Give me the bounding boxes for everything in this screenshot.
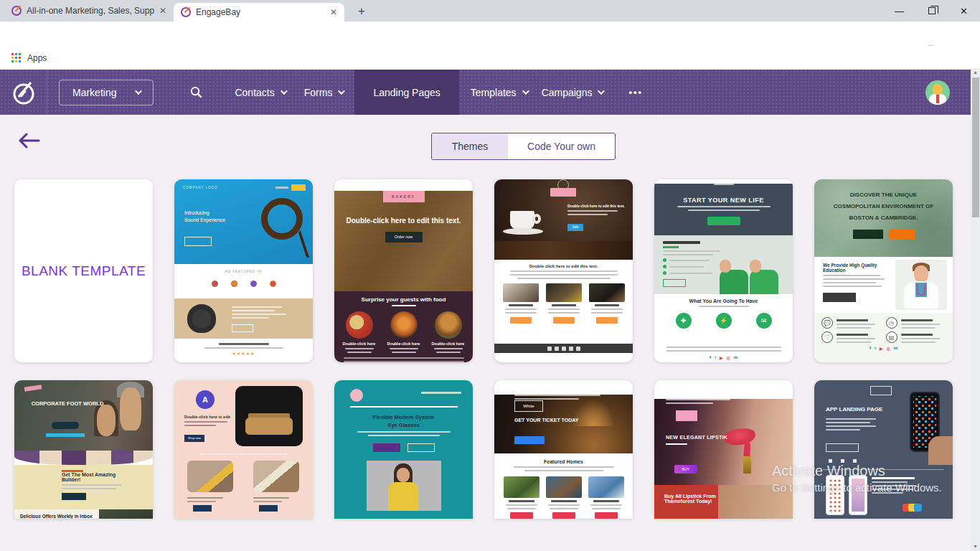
tab-close-icon[interactable]: ✕: [159, 6, 166, 16]
window-controls: — ✕: [883, 0, 980, 22]
ticket-heading: GET YOUR TICKET TODAY: [514, 418, 578, 423]
template-card-coffee[interactable]: Double click here to edit this text. Sal…: [494, 179, 633, 362]
company-logo-text: COMPANY LOGO: [183, 186, 218, 189]
heart-icon: ♡: [821, 331, 833, 343]
sound-footer-section: ★★★★★: [174, 343, 313, 362]
apps-grid-icon[interactable]: [11, 53, 22, 63]
template-card-bakery[interactable]: BAKERY · · · · Double-click here to edit…: [334, 179, 473, 362]
text-placeholder-lines: [826, 416, 880, 430]
nav-templates[interactable]: Templates: [471, 87, 527, 98]
template-card-education[interactable]: DISCOVER THE UNIQUECOSMOPOLITAN ENVIRONM…: [814, 179, 953, 362]
template-card-sound-experience[interactable]: COMPANY LOGO IntroducingSound Experience…: [174, 179, 313, 362]
chat-icon: 💬: [821, 317, 833, 329]
nav-landing-pages-active[interactable]: Landing Pages: [354, 70, 458, 115]
chevron-down-icon: [522, 88, 529, 95]
sale-button: Sale: [567, 224, 583, 231]
ticket-featured-section: Featured Homes: [494, 453, 633, 519]
template-card-ticket[interactable]: White GET YOUR TICKET TODAY Featured Hom…: [494, 380, 633, 519]
tab-close-icon[interactable]: ✕: [330, 7, 337, 17]
template-card-corporate-foot[interactable]: CORPORATE FOOT WORLD Get The Most Amazin…: [14, 380, 153, 519]
home-image: [588, 476, 624, 498]
chicken-image: [390, 311, 418, 339]
green-underline: [663, 246, 679, 248]
social-icons: ft▶◎in: [814, 346, 953, 351]
template-card-eyeglasses[interactable]: Flexible Modern SystemEye Glasses: [334, 380, 473, 519]
template-card-furniture[interactable]: A Double-click here to edit Shop now: [174, 380, 313, 519]
builder-heading: Get The Most Amazing Builder!: [62, 472, 128, 482]
restore-button[interactable]: [915, 0, 948, 22]
mini-outline-button: [232, 324, 253, 332]
app-heading: APP LANDING PAGE: [826, 406, 882, 413]
pizza-image: [346, 311, 373, 339]
person-image: [750, 270, 778, 294]
food-columns: Double-click here Double-click here Doub…: [334, 311, 473, 353]
minimize-button[interactable]: —: [883, 0, 915, 22]
education-hero-section: DISCOVER THE UNIQUECOSMOPOLITAN ENVIRONM…: [814, 179, 953, 257]
mini-cta-button: [291, 184, 306, 191]
nav-forms[interactable]: Forms: [304, 87, 344, 98]
marketing-dropdown[interactable]: Marketing: [59, 80, 154, 105]
mail-icon: ✉: [756, 313, 772, 329]
bookmarks-bar: Apps: [0, 46, 980, 70]
sound-heading: IntroducingSound Experience: [184, 209, 225, 224]
restore-icon: [928, 7, 936, 14]
mini-orange-button: [596, 317, 618, 324]
bolt-icon: ⚡: [716, 313, 732, 329]
furniture-heading: Double-click here to edit: [184, 415, 237, 419]
close-button[interactable]: ✕: [948, 0, 980, 22]
burger-image: [435, 311, 462, 339]
user-avatar[interactable]: [925, 80, 950, 105]
nav-contacts[interactable]: Contacts: [235, 87, 285, 98]
footer-heading: Buy All Lipstick From Thameforest Today!: [664, 494, 736, 504]
template-card-new-life[interactable]: START YOUR NEW LIFE What You Are: [654, 179, 793, 362]
bakery-hero-section: BAKERY · · · · Double-click here to edit…: [334, 191, 473, 291]
engagebay-favicon: [181, 7, 191, 17]
template-card-lipstick[interactable]: NEW ELEGANT LIPSTIK BUY Buy All Lipstick…: [654, 380, 793, 519]
buy-button: BUY: [674, 465, 697, 474]
nav-campaigns[interactable]: Campaigns: [542, 87, 603, 98]
room-image: [253, 461, 299, 492]
engagebay-logo[interactable]: [0, 70, 47, 115]
room-image: [187, 461, 233, 492]
new-tab-button[interactable]: +: [353, 3, 370, 20]
person-image: [97, 405, 116, 436]
shoes-image-strip: [14, 451, 153, 465]
plus-icon: ✚: [676, 313, 692, 329]
tab-title: All-in-one Marketing, Sales, Supp: [27, 6, 155, 16]
apps-label[interactable]: Apps: [27, 53, 47, 63]
page-scrollbar[interactable]: ▲ ▼: [971, 68, 980, 551]
featured-homes-heading: Featured Homes: [494, 453, 633, 464]
tab-themes[interactable]: Themes: [432, 133, 508, 159]
mini-outline-button: [826, 443, 859, 452]
blank-template-label: BLANK TEMPLATE: [22, 263, 146, 279]
tab-all-in-one[interactable]: All-in-one Marketing, Sales, Supp ✕: [6, 0, 172, 22]
tab-engagebay[interactable]: EngageBay ✕: [174, 3, 344, 22]
scrollbar-down-arrow[interactable]: ▼: [971, 542, 980, 551]
template-card-blank[interactable]: BLANK TEMPLATE: [14, 179, 153, 362]
divider-line: [350, 406, 458, 408]
template-card-app-landing[interactable]: APP LANDING PAGE: [814, 380, 953, 519]
mini-heading-bar: [663, 241, 700, 244]
nav-more-menu[interactable]: •••: [628, 87, 643, 98]
scrollbar-up-arrow[interactable]: ▲: [971, 68, 980, 77]
corporate-offer-section: Delicious Offers Weekly in Inbox: [14, 509, 153, 519]
sound-hero-section: COMPANY LOGO IntroducingSound Experience: [174, 179, 313, 264]
lipstick-footer-section: Buy All Lipstick From Thameforest Today!: [654, 485, 793, 519]
room-images: [187, 461, 299, 492]
template-grid-row-1: BLANK TEMPLATE COMPANY LOGO IntroducingS…: [14, 179, 953, 362]
mini-dark-button: [62, 493, 86, 500]
coffee-hero-section: Double click here to edit this text. Sal…: [494, 179, 633, 260]
bakery-subheading: Surprise your guests with food: [334, 291, 473, 303]
tab-code-your-own[interactable]: Code Your own: [508, 133, 615, 159]
column-image: [503, 283, 539, 302]
scrollbar-thumb[interactable]: [972, 77, 979, 217]
mini-green-button: [707, 217, 740, 225]
mini-outline-button: [407, 443, 435, 452]
cyan-link-bar: [46, 433, 85, 437]
chevron-down-icon: [338, 88, 345, 95]
search-icon[interactable]: [189, 85, 203, 99]
eyeglasses-heading: Flexible Modern SystemEye Glasses: [334, 413, 473, 429]
mini-navy-button: [259, 505, 278, 512]
cup-handle: [532, 214, 541, 224]
back-arrow-button[interactable]: [17, 132, 42, 149]
